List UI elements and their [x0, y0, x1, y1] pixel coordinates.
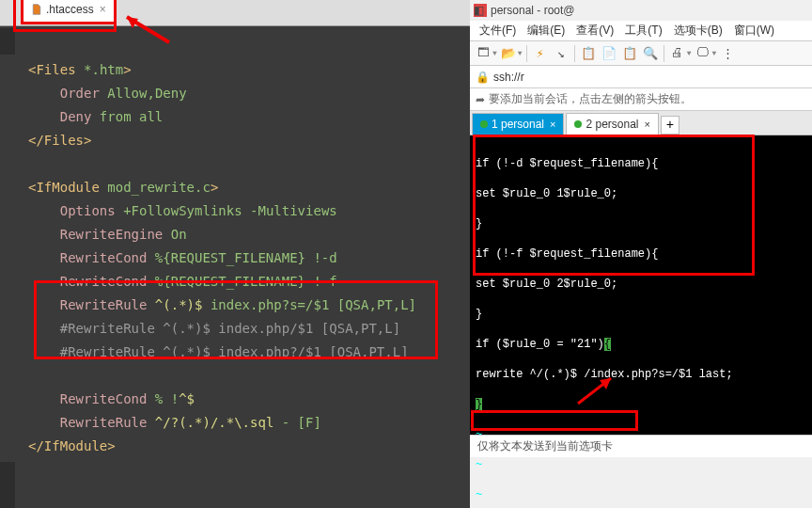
editor-tab-htaccess[interactable]: .htaccess ×: [21, 0, 117, 24]
hint-bar: ➦ 要添加当前会话，点击左侧的箭头按钮。: [470, 88, 812, 111]
screen-icon[interactable]: 🖵: [693, 44, 711, 63]
help-icon[interactable]: ⋮: [718, 44, 737, 63]
app-icon: ◧: [474, 4, 487, 17]
terminal-tabs: 1 personal × 2 personal × +: [470, 111, 812, 135]
code-editor[interactable]: <Files *.htm> Order Allow,Deny Deny from…: [0, 55, 470, 462]
term-tab-1[interactable]: 1 personal ×: [472, 113, 564, 135]
close-icon[interactable]: ×: [550, 119, 555, 130]
lock-icon: 🔒: [476, 71, 490, 84]
add-tab-button[interactable]: +: [661, 116, 679, 135]
copy-icon[interactable]: 📄: [600, 44, 618, 63]
status-dot-icon: [480, 120, 488, 128]
arrow-icon: ➦: [476, 93, 485, 106]
terminal-window-title: ◧ personal - root@: [470, 0, 812, 21]
term-tab-2[interactable]: 2 personal ×: [566, 113, 658, 135]
menu-tool[interactable]: 工具(T): [621, 21, 665, 40]
menu-tab[interactable]: 选项卡(B): [670, 21, 726, 40]
tag-files-open: Files: [36, 62, 75, 77]
find-icon[interactable]: 🔍: [641, 44, 660, 63]
props-icon[interactable]: 📋: [579, 44, 598, 63]
tag-ifmodule-open: IfModule: [36, 180, 99, 195]
paste-icon[interactable]: 📋: [620, 44, 639, 63]
print-icon[interactable]: 🖨: [668, 44, 687, 63]
editor-pane: .htaccess × <Files *.htm> Order Allow,De…: [0, 0, 470, 508]
menu-edit[interactable]: 编辑(E): [523, 21, 569, 40]
address-bar[interactable]: 🔒 ssh://r: [470, 66, 812, 88]
cursor: {: [604, 338, 611, 351]
new-session-icon[interactable]: 🗔: [474, 44, 492, 63]
open-icon[interactable]: 📂: [499, 44, 518, 63]
menu-bar: 文件(F) 编辑(E) 查看(V) 工具(T) 选项卡(B) 窗口(W): [470, 21, 812, 41]
menu-file[interactable]: 文件(F): [476, 21, 520, 40]
disconnect-icon[interactable]: ↘: [552, 44, 570, 63]
tag-ifmodule-close: </IfModule>: [28, 438, 116, 453]
menu-view[interactable]: 查看(V): [572, 21, 617, 40]
status-dot-icon: [574, 120, 582, 128]
menu-window[interactable]: 窗口(W): [730, 21, 778, 40]
close-icon[interactable]: ×: [100, 3, 106, 16]
tab-label: .htaccess: [46, 3, 94, 16]
terminal-pane: ◧ personal - root@ 文件(F) 编辑(E) 查看(V) 工具(…: [470, 0, 812, 508]
tag-files-close: </Files>: [28, 133, 91, 148]
toolbar: 🗔▼ 📂▼ ⚡ ↘ 📋 📄 📋 🔍 🖨▼ 🖵▼ ⋮: [470, 41, 812, 66]
terminal-body[interactable]: if (!-d $request_filename){ set $rule_0 …: [470, 135, 812, 435]
close-icon[interactable]: ×: [645, 119, 650, 130]
reconnect-icon[interactable]: ⚡: [531, 44, 550, 63]
editor-tab-bar: .htaccess ×: [0, 0, 470, 26]
file-icon: [31, 4, 42, 15]
